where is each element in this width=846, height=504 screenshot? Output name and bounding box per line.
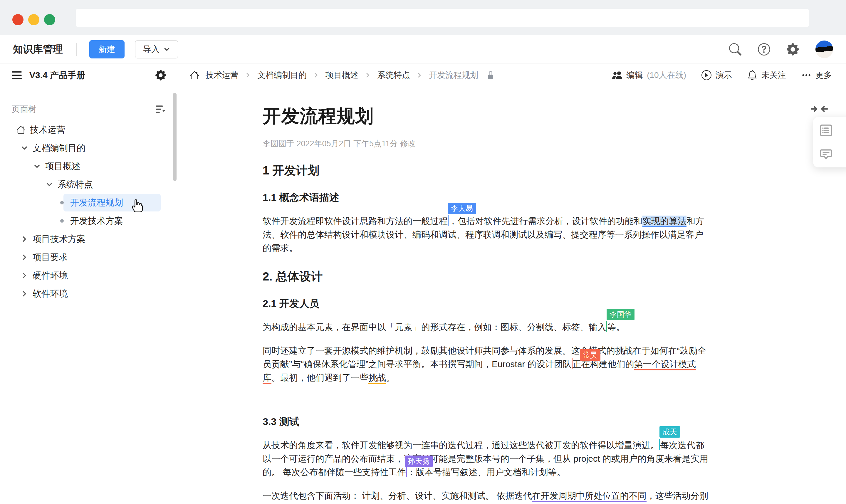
chevron-right-icon[interactable] bbox=[21, 236, 28, 242]
present-label: 演示 bbox=[716, 70, 732, 81]
tree-item-label: 开发流程规划 bbox=[70, 197, 123, 209]
page-tree-label: 页面树 bbox=[12, 104, 36, 115]
content-area: 技术运营文档编制目的项目概述系统特点开发流程规划 编辑 (10人在线) 演示 未… bbox=[178, 64, 846, 504]
home-icon[interactable] bbox=[190, 71, 199, 80]
avatar-image bbox=[815, 40, 833, 58]
doc-byline: 李圆圆于 2022年05月2日 下午5点11分 修改 bbox=[263, 138, 709, 149]
chevron-down-icon[interactable] bbox=[46, 181, 53, 188]
sidebar: V3.4 产品手册 页面树 技术运营文档编制目的项目概述系统特点开发流程规划开发… bbox=[0, 64, 178, 504]
sidebar-scrollbar[interactable] bbox=[173, 93, 177, 181]
underlined-text: 在开发周期中所处位置的不同 bbox=[532, 491, 647, 502]
chevron-right-icon[interactable] bbox=[21, 290, 28, 297]
bell-icon bbox=[747, 70, 757, 80]
doc-text: 。最初，他们遇到了一些 bbox=[271, 373, 368, 382]
tree-item-9[interactable]: 硬件环境 bbox=[0, 266, 178, 285]
book-settings-gear-icon[interactable] bbox=[156, 70, 166, 80]
breadcrumb-bar: 技术运营文档编制目的项目概述系统特点开发流程规划 编辑 (10人在线) 演示 未… bbox=[178, 64, 846, 87]
tree-item-2[interactable]: 文档编制目的 bbox=[0, 139, 178, 157]
doc-text: 软件开发流程即软件设计思路和方法的一般过程 bbox=[263, 216, 448, 226]
tree-item-5[interactable]: 开发流程规划 bbox=[0, 194, 178, 212]
doc-text: 。 bbox=[386, 373, 395, 382]
online-count: (10人在线) bbox=[647, 70, 686, 81]
doc-body[interactable]: 1 开发计划1.1 概念术语描述软件开发流程即软件设计思路和方法的一般过程李大易… bbox=[263, 162, 709, 504]
chevron-down-icon[interactable] bbox=[34, 163, 40, 170]
present-button[interactable]: 演示 bbox=[701, 70, 732, 81]
document-scroll-area[interactable]: 开发流程规划 李圆圆于 2022年05月2日 下午5点11分 修改 1 开发计划… bbox=[178, 87, 846, 504]
tree-item-label: 开发技术方案 bbox=[70, 215, 123, 227]
doc-heading: 2.1 开发人员 bbox=[263, 297, 709, 310]
tree-item-label: 项目技术方案 bbox=[33, 233, 86, 245]
doc-text: 一次迭代包含下面活动： 计划、分析、设计、实施和测试。 依据迭代 bbox=[263, 491, 532, 501]
doc-heading: 1 开发计划 bbox=[263, 162, 709, 179]
tree-item-label: 硬件环境 bbox=[33, 270, 68, 282]
user-avatar[interactable] bbox=[815, 40, 833, 58]
more-button[interactable]: 更多 bbox=[802, 70, 832, 81]
doc-text: 同时还建立了一套开源模式的维护机制，鼓励其他设计师共同参与体系的发展。这 bbox=[263, 346, 580, 355]
hamburger-menu-icon[interactable] bbox=[12, 71, 22, 79]
breadcrumb: 技术运营文档编制目的项目概述系统特点开发流程规划 bbox=[190, 70, 495, 81]
page-tree: 技术运营文档编制目的项目概述系统特点开发流程规划开发技术方案项目技术方案项目要求… bbox=[0, 121, 178, 303]
doc-text: 为构成的基本元素，在界面中以「元素」的形式存在，例如：图标、分割线、标签、输入 bbox=[263, 322, 606, 332]
comments-icon[interactable] bbox=[820, 147, 832, 160]
book-title: V3.4 产品手册 bbox=[29, 69, 85, 82]
tree-item-7[interactable]: 项目技术方案 bbox=[0, 230, 178, 248]
doc-text: 等。 bbox=[607, 322, 625, 332]
tree-item-label: 技术运营 bbox=[30, 124, 65, 136]
follow-button[interactable]: 未关注 bbox=[747, 70, 786, 81]
tree-item-label: 项目概述 bbox=[45, 160, 80, 173]
edit-online-button[interactable]: 编辑 (10人在线) bbox=[612, 70, 686, 81]
doc-paragraph: 从技术的角度来看，软件开发能够视为一连串的迭代过程，通过这些迭代被开发的软件得以… bbox=[263, 438, 709, 479]
bullet-icon[interactable] bbox=[60, 201, 64, 204]
collapse-panel-icon[interactable] bbox=[811, 105, 828, 113]
cursor-hand-icon bbox=[130, 198, 145, 213]
doc-text: ，包括对软件先进行需求分析，设计软件的功能和 bbox=[449, 216, 643, 226]
sort-icon[interactable] bbox=[156, 105, 166, 114]
minimize-window-button[interactable] bbox=[28, 14, 39, 25]
page-title: 开发流程规划 bbox=[263, 104, 709, 128]
breadcrumb-item-5: 开发流程规划 bbox=[429, 70, 478, 81]
chevron-right-icon bbox=[313, 72, 319, 78]
tree-item-10[interactable]: 软件环境 bbox=[0, 285, 178, 303]
breadcrumb-item-2[interactable]: 文档编制目的 bbox=[257, 70, 307, 81]
tree-item-3[interactable]: 项目概述 bbox=[0, 157, 178, 175]
tree-item-label: 文档编制目的 bbox=[33, 142, 86, 154]
edit-label: 编辑 bbox=[626, 70, 643, 81]
tree-item-1[interactable]: 技术运营 bbox=[0, 121, 178, 139]
doc-paragraph: 一次迭代包含下面活动： 计划、分析、设计、实施和测试。 依据迭代在开发周期中所处… bbox=[263, 489, 709, 504]
chevron-right-icon bbox=[245, 72, 251, 78]
doc-heading: 3.3 测试 bbox=[263, 415, 709, 429]
chevron-down-icon[interactable] bbox=[21, 144, 28, 151]
outline-icon[interactable] bbox=[820, 124, 832, 137]
tree-item-label: 系统特点 bbox=[58, 179, 93, 191]
collab-user-tag: 李国华 bbox=[607, 309, 634, 320]
collab-user-tag: 成天 bbox=[660, 426, 680, 438]
close-window-button[interactable] bbox=[12, 14, 23, 25]
play-icon bbox=[701, 70, 712, 80]
tree-item-6[interactable]: 开发技术方案 bbox=[0, 212, 178, 230]
breadcrumb-item-3[interactable]: 项目概述 bbox=[325, 70, 358, 81]
selected-text-highlight: 实现的算法 bbox=[643, 216, 686, 227]
zoom-window-button[interactable] bbox=[44, 14, 55, 25]
doc-heading: 1.1 概念术语描述 bbox=[263, 191, 709, 204]
doc-text: ：版本号描写叙述、用户文档和计划等。 bbox=[407, 467, 565, 477]
tree-item-label: 软件环境 bbox=[33, 288, 68, 300]
address-bar[interactable] bbox=[76, 9, 809, 27]
breadcrumb-item-1[interactable]: 技术运营 bbox=[205, 70, 238, 81]
collab-user-tag: 孙天扬 bbox=[405, 455, 433, 467]
home-icon bbox=[16, 125, 25, 134]
collab-user-tag: 常昊 bbox=[580, 349, 600, 361]
more-label: 更多 bbox=[815, 70, 832, 81]
bullet-icon[interactable] bbox=[60, 219, 64, 223]
chevron-right-icon[interactable] bbox=[21, 254, 28, 261]
doc-paragraph: 同时还建立了一套开源模式的维护机制，鼓励其他设计师共同参与体系的发展。这常昊个模… bbox=[263, 344, 709, 384]
browser-titlebar bbox=[0, 0, 846, 35]
doc-paragraph: 软件开发流程即软件设计思路和方法的一般过程李大易，包括对软件先进行需求分析，设计… bbox=[263, 214, 709, 255]
tree-item-8[interactable]: 项目要求 bbox=[0, 248, 178, 266]
doc-side-panel bbox=[813, 117, 846, 167]
lock-icon bbox=[486, 71, 495, 79]
chevron-right-icon[interactable] bbox=[21, 272, 28, 279]
collab-user-tag: 李大易 bbox=[448, 203, 476, 214]
tree-item-4[interactable]: 系统特点 bbox=[0, 175, 178, 194]
tree-item-label: 项目要求 bbox=[33, 251, 68, 264]
breadcrumb-item-4[interactable]: 系统特点 bbox=[377, 70, 410, 81]
